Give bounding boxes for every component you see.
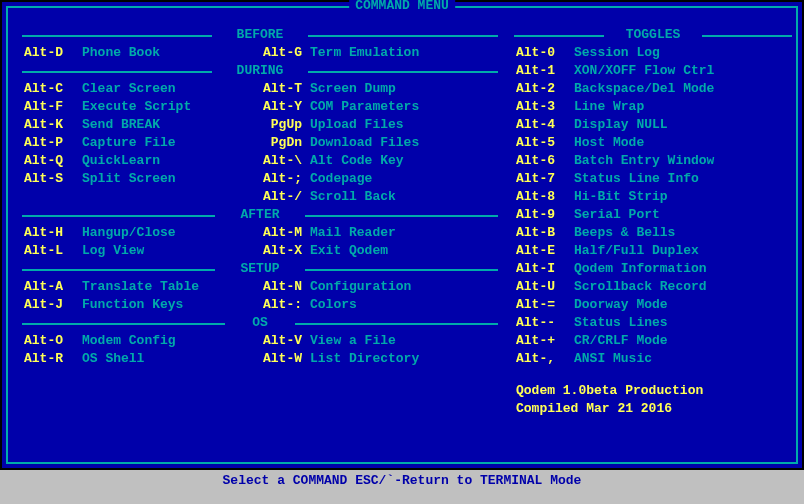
during-left-row-0[interactable]: Alt-CClear Screen [22,80,260,98]
during-right-row-2[interactable]: PgUpUpload Files [260,116,498,134]
toggles-row-10[interactable]: Alt-BBeeps & Bells [514,224,792,242]
toggles-row-0[interactable]: Alt-0Session Log [514,44,792,62]
toggles-row-14[interactable]: Alt-=Doorway Mode [514,296,792,314]
key-label: Alt-U [514,278,574,296]
desc-label: Modem Config [82,332,260,350]
desc-label: XON/XOFF Flow Ctrl [574,62,792,80]
key-label: Alt-T [260,80,310,98]
desc-label: ANSI Music [574,350,792,368]
desc-label: View a File [310,332,498,350]
desc-label: Clear Screen [82,80,260,98]
desc-label: Status Lines [574,314,792,332]
toggles-row-11[interactable]: Alt-EHalf/Full Duplex [514,242,792,260]
toggles-title: TOGGLES [626,27,681,42]
section-os: OS Alt-OModem ConfigAlt-ROS Shell Alt-VV… [22,314,498,368]
key-label: Alt-G [260,44,310,62]
toggles-row-2[interactable]: Alt-2Backspace/Del Mode [514,80,792,98]
toggles-row-1[interactable]: Alt-1XON/XOFF Flow Ctrl [514,62,792,80]
toggles-row-16[interactable]: Alt-+CR/CRLF Mode [514,332,792,350]
toggles-row-7[interactable]: Alt-7Status Line Info [514,170,792,188]
desc-label: Term Emulation [310,44,498,62]
section-before: BEFORE Alt-DPhone Book Alt-GTerm Emulati… [22,26,498,62]
desc-label: Scroll Back [310,188,498,206]
desc-label: Split Screen [82,170,260,188]
toggles-row-5[interactable]: Alt-5Host Mode [514,134,792,152]
desc-label: Half/Full Duplex [574,242,792,260]
desc-label: Status Line Info [574,170,792,188]
desc-label: Batch Entry Window [574,152,792,170]
before-right-row-0[interactable]: Alt-GTerm Emulation [260,44,498,62]
key-label: Alt-3 [514,98,574,116]
during-right-row-4[interactable]: Alt-\Alt Code Key [260,152,498,170]
after-left-row-0[interactable]: Alt-HHangup/Close [22,224,260,242]
key-label: Alt-; [260,170,310,188]
during-right-row-5[interactable]: Alt-;Codepage [260,170,498,188]
os-title: OS [252,315,268,330]
during-right-row-3[interactable]: PgDnDownload Files [260,134,498,152]
after-right-row-0[interactable]: Alt-MMail Reader [260,224,498,242]
key-label: Alt-C [22,80,82,98]
during-right-row-1[interactable]: Alt-YCOM Parameters [260,98,498,116]
status-bar: Select a COMMAND ESC/`-Return to TERMINA… [2,472,802,490]
during-left-row-3[interactable]: Alt-PCapture File [22,134,260,152]
key-label: Alt-8 [514,188,574,206]
desc-label: Codepage [310,170,498,188]
desc-label: Doorway Mode [574,296,792,314]
toggles-row-13[interactable]: Alt-UScrollback Record [514,278,792,296]
key-label: Alt-+ [514,332,574,350]
key-label: Alt-E [514,242,574,260]
os-right-row-1[interactable]: Alt-WList Directory [260,350,498,368]
during-left-row-5[interactable]: Alt-SSplit Screen [22,170,260,188]
toggles-row-6[interactable]: Alt-6Batch Entry Window [514,152,792,170]
during-right-row-0[interactable]: Alt-TScreen Dump [260,80,498,98]
during-left-row-2[interactable]: Alt-KSend BREAK [22,116,260,134]
main-box: COMMAND MENU BEFORE Alt-DPhone Book Alt-… [6,6,798,464]
toggles-row-15[interactable]: Alt--Status Lines [514,314,792,332]
desc-label: Log View [82,242,260,260]
before-left-row-0[interactable]: Alt-DPhone Book [22,44,260,62]
setup-right-row-0[interactable]: Alt-NConfiguration [260,278,498,296]
toggles-row-3[interactable]: Alt-3Line Wrap [514,98,792,116]
before-title: BEFORE [237,27,284,42]
key-label: Alt-= [514,296,574,314]
key-label: Alt-5 [514,134,574,152]
toggles-row-12[interactable]: Alt-IQodem Information [514,260,792,278]
key-label: Alt-W [260,350,310,368]
terminal-screen: COMMAND MENU BEFORE Alt-DPhone Book Alt-… [0,0,804,470]
desc-label: Hi-Bit Strip [574,188,792,206]
toggles-row-17[interactable]: Alt-,ANSI Music [514,350,792,368]
section-toggles: TOGGLES Alt-0Session LogAlt-1XON/XOFF Fl… [514,26,792,368]
during-left-row-4[interactable]: Alt-QQuickLearn [22,152,260,170]
during-right-row-6[interactable]: Alt-/Scroll Back [260,188,498,206]
key-label: Alt-D [22,44,82,62]
key-label: Alt-0 [514,44,574,62]
os-left-row-0[interactable]: Alt-OModem Config [22,332,260,350]
key-label: Alt-S [22,170,82,188]
after-right-row-1[interactable]: Alt-XExit Qodem [260,242,498,260]
setup-left-row-1[interactable]: Alt-JFunction Keys [22,296,260,314]
after-left-row-1[interactable]: Alt-LLog View [22,242,260,260]
section-after: AFTER Alt-HHangup/CloseAlt-LLog View Alt… [22,206,498,260]
during-left-row-1[interactable]: Alt-FExecute Script [22,98,260,116]
key-label: Alt-J [22,296,82,314]
desc-label: OS Shell [82,350,260,368]
desc-label: CR/CRLF Mode [574,332,792,350]
key-label: Alt-, [514,350,574,368]
setup-left-row-0[interactable]: Alt-ATranslate Table [22,278,260,296]
os-left-row-1[interactable]: Alt-ROS Shell [22,350,260,368]
toggles-row-9[interactable]: Alt-9Serial Port [514,206,792,224]
version-line2: Compiled Mar 21 2016 [516,400,792,418]
toggles-row-8[interactable]: Alt-8Hi-Bit Strip [514,188,792,206]
key-label: Alt-I [514,260,574,278]
version-line1: Qodem 1.0beta Production [516,382,792,400]
key-label: Alt-P [22,134,82,152]
key-label: Alt-4 [514,116,574,134]
key-label: Alt-R [22,350,82,368]
setup-right-row-1[interactable]: Alt-:Colors [260,296,498,314]
section-during: DURING Alt-CClear ScreenAlt-FExecute Scr… [22,62,498,206]
key-label: PgUp [260,116,310,134]
os-right-row-0[interactable]: Alt-VView a File [260,332,498,350]
key-label: Alt-: [260,296,310,314]
toggles-row-4[interactable]: Alt-4Display NULL [514,116,792,134]
key-label: PgDn [260,134,310,152]
